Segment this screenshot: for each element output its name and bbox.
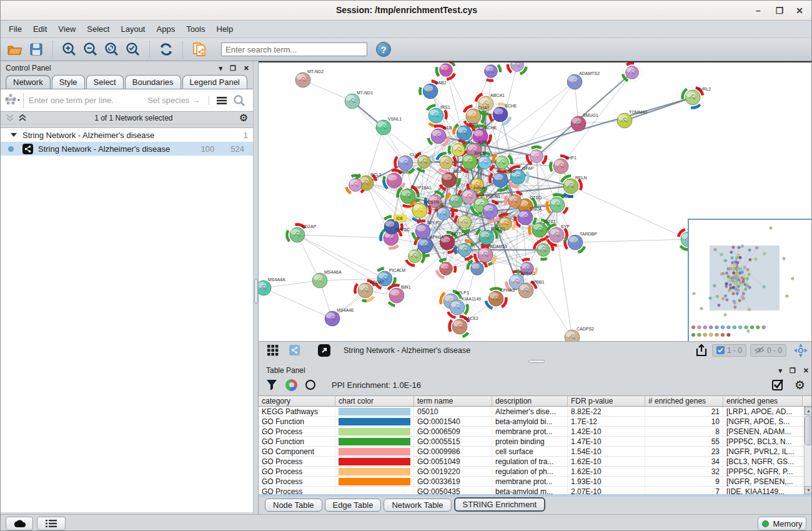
network-node[interactable] [418,156,431,169]
network-node-MT-ND2[interactable] [295,72,310,87]
scrollbar-thumb[interactable] [805,415,812,445]
network-node-GAB2[interactable] [423,84,438,99]
network-node[interactable] [349,179,362,192]
network-node[interactable] [508,195,522,208]
network-node-CD33[interactable] [532,222,547,237]
tab-string-enrichment[interactable]: STRING Enrichment [454,497,545,512]
table-row[interactable]: GO ProcessGO:0050435beta-amyloid m...2.0… [259,487,804,494]
splitter-handle[interactable] [254,279,258,304]
network-node-RELN[interactable] [563,179,578,194]
network-node-CHAT[interactable] [466,109,481,124]
network-node-VSNL1[interactable] [376,120,391,135]
task-list-button[interactable] [37,517,66,530]
network-node[interactable] [471,262,484,275]
navigator-minimap[interactable] [689,220,811,341]
export-network-button[interactable] [692,342,711,359]
network-node-BACE1[interactable] [479,230,494,245]
network-node[interactable] [530,150,543,163]
network-node[interactable] [478,156,492,169]
copy-network-button[interactable] [190,41,209,58]
menu-item-edit[interactable]: Edit [27,22,52,36]
tab-boundaries[interactable]: Boundaries [125,75,181,89]
network-node-CLU[interactable] [398,156,413,171]
network-node[interactable] [485,65,498,78]
table-row[interactable]: GO ComponentGO:0009986cell surface1.54E-… [259,447,804,457]
help-button[interactable]: ? [376,42,391,57]
network-node-PHF1[interactable] [553,159,568,174]
navigator-viewport-rect[interactable] [710,246,780,310]
save-session-button[interactable] [27,41,46,58]
network-node-ADAM10[interactable] [478,247,493,262]
panel-float-button[interactable]: ❐ [790,367,796,375]
tab-select[interactable]: Select [86,75,124,89]
network-node-APLP2[interactable] [415,224,430,239]
table-row[interactable]: GO FunctionGO:0001540beta-amyloid bi...1… [259,417,804,427]
menu-item-file[interactable]: File [3,22,27,36]
network-node-BACE2[interactable] [452,319,467,334]
network-node-APP[interactable] [483,204,498,219]
network-node-SYP[interactable] [549,227,564,242]
cloud-tasks-button[interactable] [6,517,33,530]
network-node-MT-ND1[interactable] [345,94,360,109]
network-node[interactable] [452,144,465,157]
hidden-nodes-badge[interactable]: 0 - 0 [750,344,786,357]
search-input[interactable] [221,42,367,56]
network-node-NGF[interactable] [442,172,457,187]
network-canvas[interactable]: MT-ND2MT-ND1VSNL1GAB2IRS1ADAMTS2PVRL2TOM… [259,61,812,341]
network-node-IL1B[interactable] [431,129,446,144]
network-node[interactable] [511,62,524,72]
network-node-BCHE[interactable] [493,107,508,122]
network-node-TOMM40[interactable] [617,113,632,128]
panel-menu-button[interactable]: ▾ [219,64,222,72]
birdseye-navigator[interactable] [688,219,812,342]
panel-close-button[interactable]: ✕ [803,367,809,375]
tab-network[interactable]: Network [6,75,51,89]
network-node-APOE[interactable] [462,154,477,169]
network-node-PRNP[interactable] [462,189,477,204]
network-node[interactable] [440,156,453,169]
table-row[interactable]: GO ProcessGO:0033619membrane prot...1.93… [259,477,804,487]
network-node[interactable] [408,250,422,263]
network-node-CADPS2[interactable] [565,330,580,341]
panel-float-button[interactable]: ❐ [230,64,236,72]
network-node-SMUG1[interactable] [571,116,586,131]
network-node[interactable] [440,262,453,275]
memory-button[interactable]: Memory [758,517,806,530]
network-node-APH1A[interactable] [418,238,433,253]
panel-close-button[interactable]: ✕ [244,64,249,72]
scroll-up-button[interactable]: ▲ [805,407,812,415]
menu-item-help[interactable]: Help [211,22,239,36]
network-node-BDNF[interactable] [493,172,508,187]
column-header-term-name[interactable]: term name [414,396,492,406]
network-options-gear-icon[interactable]: ⚙ [239,112,248,124]
tab-edge-table[interactable]: Edge Table [325,499,382,512]
network-node-ABCA7[interactable] [358,283,373,298]
filter-icon[interactable] [266,379,277,391]
network-node[interactable] [437,207,450,221]
network-node-PVRL2[interactable] [685,90,700,105]
network-node-APBB1[interactable] [518,283,533,298]
menu-item-apps[interactable]: Apps [151,22,181,36]
column-header--enriched-genes[interactable]: # enriched genes [645,396,723,406]
column-header-category[interactable]: category [259,396,335,406]
network-item-row[interactable]: String Network - Alzheimer's disease 100… [1,142,253,156]
zoom-in-button[interactable] [60,41,79,58]
pan-compass-button[interactable] [791,342,810,359]
tab-network-table[interactable]: Network Table [384,499,451,512]
string-search-button[interactable] [233,94,245,107]
network-group-row[interactable]: String Network - Alzheimer's disease 1 [1,128,253,142]
zoom-fit-button[interactable] [102,41,121,58]
network-node[interactable] [458,216,472,229]
vertical-splitter[interactable] [253,61,259,514]
open-in-window-button[interactable] [315,342,334,359]
string-logo-icon[interactable]: STRING [4,93,21,108]
minimize-button[interactable]: – [749,3,768,18]
table-row[interactable]: GO FunctionGO:0005515protein binding1.47… [259,437,804,447]
tab-style[interactable]: Style [52,75,85,89]
column-header-chart-color[interactable]: chart color [335,396,414,406]
network-node-SNCA[interactable] [518,210,533,225]
table-row[interactable]: GO ProcessGO:0006509membrane prot...1.42… [259,427,804,437]
maximize-button[interactable]: ❐ [770,3,789,18]
table-row[interactable]: GO ProcessGO:0051049regulation of tra...… [259,457,804,467]
network-node-CYP19A1[interactable] [400,189,415,204]
